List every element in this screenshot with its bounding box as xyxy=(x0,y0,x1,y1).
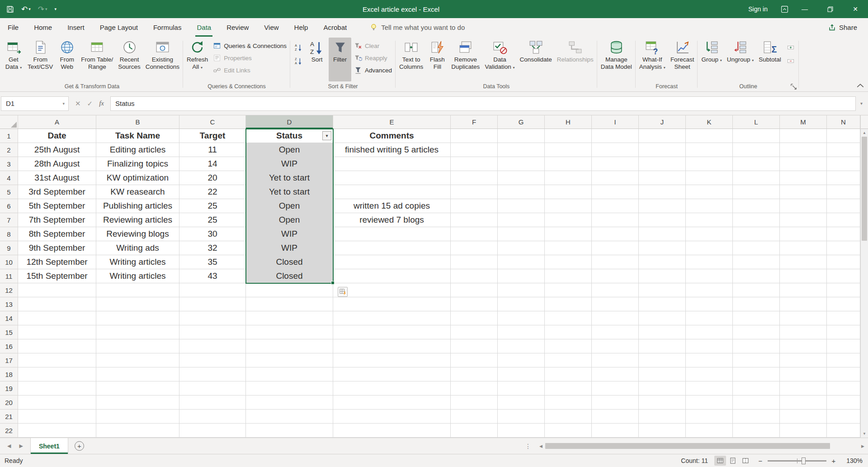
cell-K2[interactable] xyxy=(686,143,733,157)
cell-E15[interactable] xyxy=(333,325,451,339)
ribbon-sort-z-to-a-button[interactable]: ZA xyxy=(292,55,304,67)
cell-H7[interactable] xyxy=(545,213,592,227)
cell-C18[interactable] xyxy=(179,367,246,381)
cell-N13[interactable] xyxy=(827,297,860,311)
ribbon-flash-fill-button[interactable]: FlashFill xyxy=(426,38,448,81)
cell-M15[interactable] xyxy=(780,325,827,339)
new-sheet-button[interactable]: + xyxy=(68,438,90,454)
cell-N18[interactable] xyxy=(827,367,860,381)
cell-C9[interactable]: 32 xyxy=(179,241,246,255)
cell-G19[interactable] xyxy=(498,381,545,396)
cell-F6[interactable] xyxy=(451,199,498,213)
cell-B4[interactable]: KW optimization xyxy=(96,171,179,185)
row-header-14[interactable]: 14 xyxy=(0,311,18,325)
scroll-right-icon[interactable]: ▶ xyxy=(859,444,867,448)
cell-D17[interactable] xyxy=(246,353,333,367)
cell-D10[interactable]: Closed xyxy=(246,255,333,269)
cell-A12[interactable] xyxy=(18,283,96,297)
cell-N5[interactable] xyxy=(827,185,860,199)
page-layout-view-button[interactable] xyxy=(727,456,739,466)
cell-G15[interactable] xyxy=(498,325,545,339)
cell-H15[interactable] xyxy=(545,325,592,339)
restore-button[interactable] xyxy=(817,0,843,18)
cell-L19[interactable] xyxy=(733,381,780,396)
insert-function-icon[interactable]: fx xyxy=(99,100,104,107)
cell-I20[interactable] xyxy=(592,396,639,410)
cell-K10[interactable] xyxy=(686,255,733,269)
cell-G5[interactable] xyxy=(498,185,545,199)
cell-L2[interactable] xyxy=(733,143,780,157)
cell-J21[interactable] xyxy=(639,410,686,424)
cell-A13[interactable] xyxy=(18,297,96,311)
cell-D8[interactable]: WIP xyxy=(246,227,333,241)
column-header-G[interactable]: G xyxy=(498,115,545,129)
cell-L12[interactable] xyxy=(733,283,780,297)
cell-G1[interactable] xyxy=(498,129,545,143)
zoom-slider-thumb[interactable] xyxy=(802,457,806,464)
cell-H19[interactable] xyxy=(545,381,592,396)
cell-I15[interactable] xyxy=(592,325,639,339)
save-icon[interactable] xyxy=(6,5,14,13)
ribbon-advanced-button[interactable]: Advanced xyxy=(352,65,394,75)
cell-E11[interactable] xyxy=(333,269,451,283)
cell-F1[interactable] xyxy=(451,129,498,143)
cell-C2[interactable]: 11 xyxy=(179,143,246,157)
cell-E20[interactable] xyxy=(333,396,451,410)
column-header-N[interactable]: N xyxy=(827,115,860,129)
cell-J9[interactable] xyxy=(639,241,686,255)
cell-N12[interactable] xyxy=(827,283,860,297)
tell-me-box[interactable]: Tell me what you want to do xyxy=(370,18,465,37)
row-header-15[interactable]: 15 xyxy=(0,325,18,339)
row-header-22[interactable]: 22 xyxy=(0,424,18,438)
cell-A10[interactable]: 12th September xyxy=(18,255,96,269)
cell-L4[interactable] xyxy=(733,171,780,185)
cell-K8[interactable] xyxy=(686,227,733,241)
ribbon-ungroup-button[interactable]: Ungroup ▾ xyxy=(725,38,756,81)
cell-D14[interactable] xyxy=(246,311,333,325)
cell-A8[interactable]: 8th September xyxy=(18,227,96,241)
cell-L21[interactable] xyxy=(733,410,780,424)
cell-F15[interactable] xyxy=(451,325,498,339)
row-header-11[interactable]: 11 xyxy=(0,269,18,283)
vertical-scrollbar-thumb[interactable] xyxy=(862,137,867,241)
ribbon-sort-a-to-z-button[interactable]: AZ xyxy=(292,42,304,53)
cell-H6[interactable] xyxy=(545,199,592,213)
cell-G12[interactable] xyxy=(498,283,545,297)
cell-L7[interactable] xyxy=(733,213,780,227)
cell-K12[interactable] xyxy=(686,283,733,297)
cell-L5[interactable] xyxy=(733,185,780,199)
cell-G9[interactable] xyxy=(498,241,545,255)
cell-K21[interactable] xyxy=(686,410,733,424)
cell-H9[interactable] xyxy=(545,241,592,255)
cell-D1[interactable]: Status▾ xyxy=(246,129,333,143)
cell-J11[interactable] xyxy=(639,269,686,283)
horizontal-scrollbar-track[interactable] xyxy=(545,443,859,449)
cell-I4[interactable] xyxy=(592,171,639,185)
normal-view-button[interactable] xyxy=(714,456,726,466)
cell-G7[interactable] xyxy=(498,213,545,227)
cell-G3[interactable] xyxy=(498,157,545,171)
sign-in-button[interactable]: Sign in xyxy=(748,5,768,13)
cell-H22[interactable] xyxy=(545,424,592,438)
scroll-left-icon[interactable]: ◀ xyxy=(537,444,545,448)
cell-E3[interactable] xyxy=(333,157,451,171)
tab-page-layout[interactable]: Page Layout xyxy=(92,18,146,37)
cell-I2[interactable] xyxy=(592,143,639,157)
cell-J18[interactable] xyxy=(639,367,686,381)
column-header-K[interactable]: K xyxy=(686,115,733,129)
undo-button[interactable]: ↶▾ xyxy=(21,5,31,14)
cell-H13[interactable] xyxy=(545,297,592,311)
cell-E2[interactable]: finished writing 5 articles xyxy=(333,143,451,157)
row-header-7[interactable]: 7 xyxy=(0,213,18,227)
cell-I17[interactable] xyxy=(592,353,639,367)
cell-E7[interactable]: reviewed 7 blogs xyxy=(333,213,451,227)
cell-J19[interactable] xyxy=(639,381,686,396)
column-header-H[interactable]: H xyxy=(545,115,592,129)
cell-F19[interactable] xyxy=(451,381,498,396)
cell-G21[interactable] xyxy=(498,410,545,424)
cell-K15[interactable] xyxy=(686,325,733,339)
cell-K11[interactable] xyxy=(686,269,733,283)
cell-L15[interactable] xyxy=(733,325,780,339)
ribbon-edit-links-button[interactable]: Edit Links xyxy=(211,65,289,75)
cell-K9[interactable] xyxy=(686,241,733,255)
